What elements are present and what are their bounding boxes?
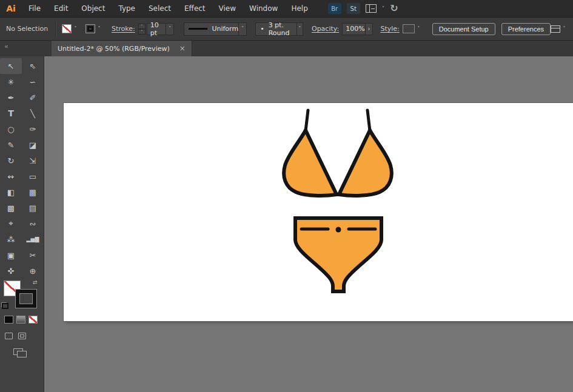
bikini-artwork[interactable] — [64, 103, 573, 321]
opacity-field[interactable]: 100% — [342, 23, 365, 35]
waistband-dot — [336, 227, 341, 233]
workspace-layout-icon[interactable] — [366, 4, 377, 13]
gradient-button[interactable] — [16, 316, 25, 324]
bridge-icon[interactable]: Br — [328, 3, 341, 14]
workspace-chevron-icon[interactable]: ˅ — [382, 5, 385, 12]
stroke-weight-chevron-icon[interactable]: ˅ — [166, 24, 173, 35]
document-tab-title: Untitled-2* @ 50% (RGB/Preview) — [58, 45, 170, 53]
fill-color-chevron-icon[interactable]: ˅ — [72, 24, 79, 33]
none-button[interactable] — [28, 316, 38, 324]
type-tool[interactable]: T — [0, 105, 22, 121]
eyedropper-tool[interactable]: ⌖ — [0, 216, 22, 231]
width-tool[interactable]: ↭ — [0, 168, 22, 184]
style-swatch[interactable] — [403, 24, 415, 33]
eraser-tool[interactable]: ◪ — [22, 137, 44, 153]
swap-fill-stroke-icon[interactable]: ⇄ — [33, 279, 38, 285]
tab-close-icon[interactable]: × — [179, 44, 186, 53]
tools-grid: ↖ ⇖ ✳ ∽ ✒ ✐ T ╲ ○ ✑ ✎ ◪ ↻ ⇲ ↭ ▭ ◧ ▦ ▩ ▤ … — [0, 56, 44, 279]
gradient-tool[interactable]: ▤ — [22, 200, 44, 216]
line-segment-tool[interactable]: ╲ — [22, 105, 44, 121]
lasso-tool[interactable]: ∽ — [22, 74, 44, 90]
rotate-tool[interactable]: ↻ — [0, 153, 22, 168]
screen-mode-icon[interactable] — [13, 348, 23, 355]
column-graph-tool[interactable]: ▂▅▇ — [22, 231, 44, 247]
style-chevron-icon[interactable]: ˅ — [415, 24, 423, 33]
slice-tool[interactable]: ✂ — [22, 247, 44, 263]
stroke-color-swatch[interactable] — [85, 24, 95, 33]
width-profile-chevron-icon[interactable]: ˅ — [238, 23, 246, 35]
artboard[interactable] — [64, 103, 573, 321]
document-tab-bar: « Untitled-2* @ 50% (RGB/Preview) × — [0, 41, 573, 56]
stepper-up-icon[interactable]: ˄ — [138, 24, 146, 29]
perspective-grid-tool[interactable]: ▦ — [22, 184, 44, 200]
color-button[interactable] — [4, 316, 13, 324]
direct-selection-tool[interactable]: ⇖ — [22, 58, 44, 74]
draw-inside-mode-icon[interactable] — [18, 333, 26, 339]
bikini-cup-right — [339, 130, 392, 196]
menu-object[interactable]: Object — [75, 0, 112, 17]
brush-chevron-icon[interactable]: ˅ — [297, 23, 303, 35]
menu-window[interactable]: Window — [243, 0, 284, 17]
width-profile-dropdown[interactable]: Uniform ˅ — [184, 22, 247, 36]
document-setup-button[interactable]: Document Setup — [432, 23, 495, 35]
magic-wand-tool[interactable]: ✳ — [0, 74, 22, 90]
curvature-tool[interactable]: ✐ — [22, 90, 44, 105]
selection-status: No Selection — [6, 25, 48, 33]
stroke-swatch-black[interactable] — [16, 290, 36, 308]
free-transform-tool[interactable]: ▭ — [22, 168, 44, 184]
color-mode-row — [0, 316, 44, 324]
symbol-sprayer-tool[interactable]: ⁂ — [0, 231, 22, 247]
stroke-weight-field[interactable]: 10 pt ˅ — [147, 23, 174, 35]
mesh-tool[interactable]: ▩ — [0, 200, 22, 216]
width-profile-value: Uniform — [212, 25, 238, 33]
brush-name: 3 pt. Round — [269, 21, 297, 37]
canvas-area[interactable] — [44, 56, 573, 392]
menu-edit[interactable]: Edit — [47, 0, 75, 17]
ellipse-tool[interactable]: ○ — [0, 121, 22, 137]
zoom-tool[interactable]: ⊕ — [22, 263, 44, 279]
style-label[interactable]: Style: — [380, 25, 399, 33]
pen-tool[interactable]: ✒ — [0, 90, 22, 105]
sync-icon[interactable]: ↻ — [390, 4, 398, 13]
selection-tool[interactable]: ↖ — [0, 58, 22, 74]
menu-select[interactable]: Select — [142, 0, 178, 17]
brush-dropdown[interactable]: • 3 pt. Round ˅ — [255, 22, 303, 36]
pencil-tool[interactable]: ✎ — [0, 137, 22, 153]
artboard-tool[interactable]: ▣ — [0, 247, 22, 263]
opacity-arrow-icon[interactable]: › — [366, 23, 374, 35]
control-panel-icon[interactable] — [551, 25, 560, 33]
draw-normal-mode-icon[interactable] — [5, 333, 13, 339]
menu-help[interactable]: Help — [284, 0, 314, 17]
blend-tool[interactable]: ∾ — [22, 216, 44, 231]
bikini-top[interactable] — [284, 110, 392, 196]
stock-icon[interactable]: St — [347, 3, 360, 14]
stepper-down-icon[interactable]: ˅ — [138, 29, 146, 35]
stroke-weight-stepper[interactable]: ˄ ˅ — [138, 24, 146, 35]
opacity-value: 100% — [346, 25, 364, 33]
hand-tool[interactable]: ✜ — [0, 263, 22, 279]
preferences-button[interactable]: Preferences — [501, 23, 551, 35]
document-tab[interactable]: Untitled-2* @ 50% (RGB/Preview) × — [52, 41, 192, 56]
fill-stroke-indicator: ⇄ — [0, 279, 44, 313]
control-bar: No Selection ˅ ˅ Stroke: ˄ ˅ 10 pt ˅ Uni… — [0, 17, 573, 41]
default-fill-stroke-icon[interactable] — [1, 302, 8, 309]
bikini-bottom[interactable] — [295, 218, 381, 291]
menu-file[interactable]: File — [22, 0, 47, 17]
illustrator-window: Ai File Edit Object Type Select Effect V… — [0, 0, 573, 392]
collapse-panels-icon[interactable]: « — [0, 41, 44, 56]
control-panel-chevron-icon[interactable]: ˅ — [560, 24, 568, 33]
paintbrush-tool[interactable]: ✑ — [22, 121, 44, 137]
stroke-label[interactable]: Stroke: — [112, 25, 135, 33]
menubar-icons: Br St ˅ ↻ — [328, 3, 398, 14]
bikini-cup-left — [284, 130, 337, 196]
scale-tool[interactable]: ⇲ — [22, 153, 44, 168]
menu-bar: Ai File Edit Object Type Select Effect V… — [0, 0, 573, 17]
menu-view[interactable]: View — [212, 0, 243, 17]
shape-builder-tool[interactable]: ◧ — [0, 184, 22, 200]
menu-type[interactable]: Type — [112, 0, 142, 17]
fill-color-swatch[interactable] — [62, 24, 72, 33]
menu-effect[interactable]: Effect — [178, 0, 212, 17]
opacity-label[interactable]: Opacity: — [312, 25, 339, 33]
stroke-color-chevron-icon[interactable]: ˅ — [95, 24, 103, 33]
width-profile-line-icon — [189, 28, 207, 30]
